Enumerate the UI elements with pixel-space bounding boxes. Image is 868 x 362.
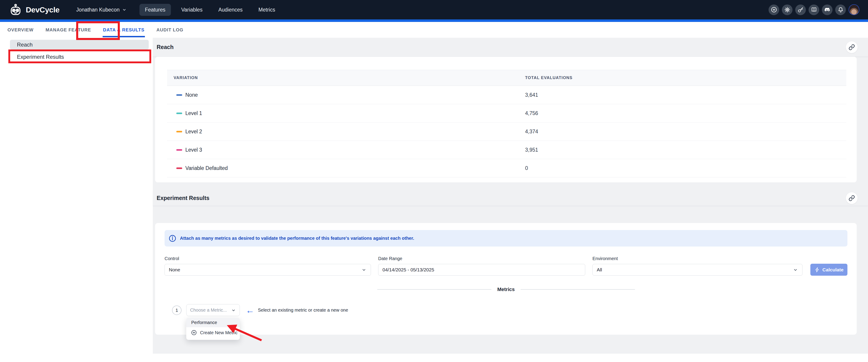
choose-metric-select[interactable]: Choose a Metric... (186, 304, 240, 316)
reach-section-header: Reach (153, 38, 868, 57)
variation-color-dash (176, 167, 182, 169)
key-icon (797, 6, 804, 13)
sidebar-item-experiment-results[interactable]: Experiment Results (10, 51, 149, 63)
book-icon (811, 6, 817, 13)
metric-dropdown-menu: Performance Create New Metric (186, 318, 240, 340)
reach-title: Reach (157, 44, 174, 51)
variation-name: Level 1 (185, 110, 202, 117)
project-switcher[interactable]: Jonathan Kubecon (76, 7, 127, 13)
experiment-results-card: Attach as many metrics as desired to val… (155, 223, 857, 335)
plus-circle-icon (771, 6, 777, 13)
top-navbar: DevCycle Jonathan Kubecon Features Varia… (0, 0, 868, 20)
metric-helper-text: Select an existing metric or create a ne… (258, 307, 348, 313)
discord-icon (824, 6, 831, 13)
experiment-permalink-button[interactable] (846, 192, 858, 204)
accent-bar (0, 20, 868, 22)
variation-color-dash (176, 94, 182, 96)
api-keys-button[interactable] (795, 4, 806, 15)
left-arrow-icon: ← (246, 306, 254, 315)
divider-line (521, 289, 635, 290)
chevron-down-icon (361, 267, 367, 272)
tab-manage-feature[interactable]: MANAGE FEATURE (45, 22, 91, 38)
date-range-label: Date Range (378, 256, 585, 261)
variation-color-dash (176, 131, 182, 132)
variation-name: None (185, 92, 198, 98)
metric-index-badge: 1 (172, 305, 182, 315)
environment-value: All (597, 267, 602, 272)
choose-metric-placeholder: Choose a Metric... (190, 307, 227, 313)
bell-icon (837, 6, 844, 13)
tab-overview[interactable]: OVERVIEW (7, 22, 33, 38)
control-value: None (169, 267, 180, 272)
gear-icon (784, 6, 791, 13)
date-range-input[interactable]: 04/14/2025 - 05/13/2025 (378, 264, 585, 276)
variation-name: Variable Defaulted (185, 165, 228, 171)
variation-evaluations: 4,374 (525, 129, 846, 135)
settings-button[interactable] (782, 4, 793, 15)
column-header-total-evaluations: TOTAL EVALUATIONS (525, 75, 846, 80)
sidebar-item-reach[interactable]: Reach (10, 40, 149, 50)
variation-evaluations: 3,951 (525, 147, 846, 153)
section-sidebar: Reach Experiment Results (0, 38, 153, 354)
metrics-heading: Metrics (377, 287, 635, 292)
discord-button[interactable] (822, 4, 833, 15)
menu-option-performance[interactable]: Performance (186, 318, 240, 327)
reach-table: VARIATION TOTAL EVALUATIONS None 3,641 L… (167, 70, 846, 177)
calculate-label: Calculate (822, 267, 843, 272)
table-row: Level 2 4,374 (167, 123, 846, 141)
experiment-controls: Control None Date Range 04/14/2025 - 05/… (164, 256, 847, 276)
table-row: Level 3 3,951 (167, 141, 846, 159)
experiment-results-section-header: Experiment Results (153, 191, 868, 206)
environment-select[interactable]: All (592, 264, 802, 276)
nav-item-audiences[interactable]: Audiences (213, 4, 248, 16)
lightning-bolt-icon (814, 267, 820, 273)
variation-evaluations: 3,641 (525, 92, 846, 98)
app-window: DevCycle Jonathan Kubecon Features Varia… (0, 0, 868, 362)
notifications-button[interactable] (835, 4, 846, 15)
chevron-down-icon (122, 7, 127, 12)
variation-evaluations: 0 (525, 165, 846, 171)
info-icon (168, 234, 177, 242)
brand-name: DevCycle (26, 5, 59, 14)
nav-actions (769, 4, 860, 15)
variation-name: Level 3 (185, 147, 202, 153)
variation-color-dash (176, 149, 182, 151)
metric-row-1: 1 Choose a Metric... ← Select an existin… (164, 304, 847, 316)
feature-tabs: OVERVIEW MANAGE FEATURE DATA & RESULTS A… (0, 22, 868, 38)
calculate-button[interactable]: Calculate (810, 264, 847, 276)
experiment-results-title: Experiment Results (157, 195, 209, 201)
column-header-variation: VARIATION (167, 75, 525, 80)
nav-item-features[interactable]: Features (140, 4, 171, 16)
brand[interactable]: DevCycle (8, 3, 59, 17)
devcycle-logo-icon (8, 3, 23, 17)
main-content: Reach VARIATION TOTAL EVALUATIONS None (153, 38, 868, 354)
docs-button[interactable] (809, 4, 819, 15)
link-icon (848, 44, 855, 51)
control-label: Control (164, 256, 371, 261)
nav-item-metrics[interactable]: Metrics (253, 4, 281, 16)
metrics-heading-text: Metrics (491, 287, 521, 292)
divider-line (377, 289, 491, 290)
variation-evaluations: 4,756 (525, 110, 846, 117)
table-row: None 3,641 (167, 86, 846, 104)
reach-permalink-button[interactable] (846, 41, 858, 53)
environment-label: Environment (592, 256, 802, 261)
primary-nav: Features Variables Audiences Metrics (140, 4, 281, 16)
table-row: Variable Defaulted 0 (167, 159, 846, 177)
control-select[interactable]: None (164, 264, 371, 276)
add-button[interactable] (769, 4, 779, 15)
footer-strip (0, 354, 868, 362)
info-banner: Attach as many metrics as desired to val… (164, 230, 847, 246)
reach-card: VARIATION TOTAL EVALUATIONS None 3,641 L… (155, 57, 857, 183)
tab-data-results[interactable]: DATA & RESULTS (103, 22, 145, 38)
variation-color-dash (176, 112, 182, 114)
nav-item-variables[interactable]: Variables (176, 4, 208, 16)
menu-option-create-new-metric[interactable]: Create New Metric (186, 327, 240, 338)
variation-name: Level 2 (185, 129, 202, 135)
info-banner-text: Attach as many metrics as desired to val… (180, 236, 414, 241)
user-avatar[interactable] (848, 4, 860, 15)
content-area: Reach Experiment Results Reach VARIATION (0, 38, 868, 354)
tab-audit-log[interactable]: AUDIT LOG (156, 22, 183, 38)
chevron-down-icon (231, 308, 236, 313)
date-range-value: 04/14/2025 - 05/13/2025 (382, 267, 434, 272)
